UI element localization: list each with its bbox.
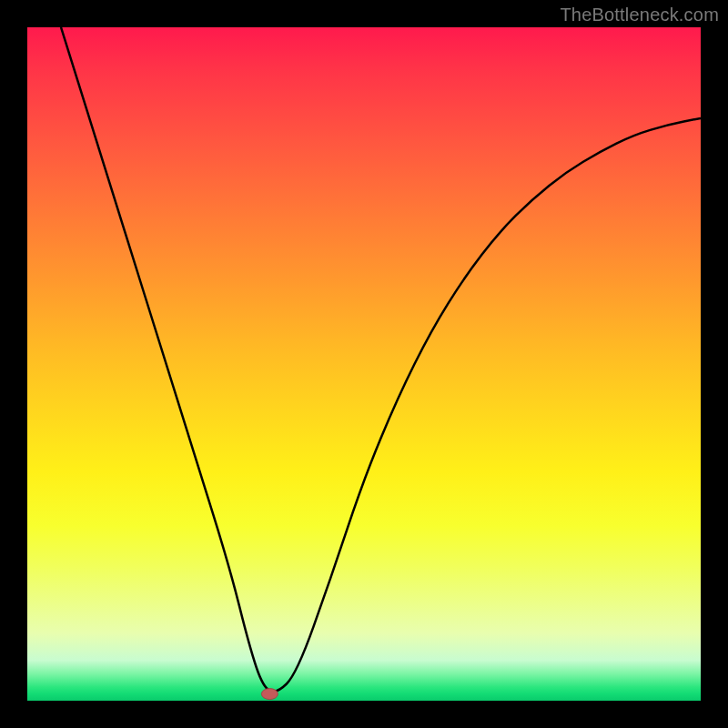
curve-svg (27, 27, 701, 701)
bottleneck-curve (61, 27, 701, 692)
plot-area (27, 27, 701, 701)
watermark-text: TheBottleneck.com (560, 5, 719, 25)
chart-frame: TheBottleneck.com (0, 0, 728, 728)
optimum-marker (261, 689, 278, 700)
